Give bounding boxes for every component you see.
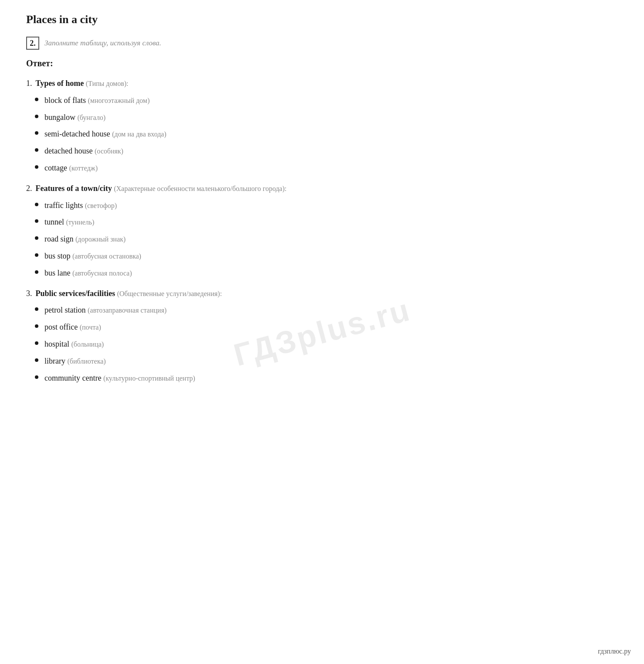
bullet-dot-icon xyxy=(35,341,38,345)
bullet-dot-icon xyxy=(35,115,38,118)
term: bungalow xyxy=(44,113,78,122)
term: community centre xyxy=(44,374,103,382)
translation: (многоэтажный дом) xyxy=(88,97,150,104)
bullet-dot-icon xyxy=(35,203,38,206)
list-item-text: road sign (дорожный знак) xyxy=(44,233,126,245)
sections-container: 1.Types of home (Типы домов):block of fl… xyxy=(26,77,618,384)
bullet-dot-icon xyxy=(35,236,38,240)
list-item-text: block of flats (многоэтажный дом) xyxy=(44,94,150,107)
term: hospital xyxy=(44,340,72,348)
section-number-2: 2. xyxy=(26,182,32,195)
bullet-dot-icon xyxy=(35,165,38,169)
list-item-text: bus lane (автобусная полоса) xyxy=(44,267,132,279)
translation: (почта) xyxy=(80,323,101,331)
bullet-dot-icon xyxy=(35,358,38,362)
list-item: semi-detached house (дом на два входа) xyxy=(35,128,618,140)
bullet-dot-icon xyxy=(35,324,38,328)
bullet-dot-icon xyxy=(35,253,38,257)
bottom-link: гдзплюс.ру xyxy=(598,647,631,655)
list-item: cottage (коттедж) xyxy=(35,162,618,174)
bullet-dot-icon xyxy=(35,219,38,223)
translation: (дорожный знак) xyxy=(75,235,126,243)
term: post office xyxy=(44,323,80,331)
bullet-dot-icon xyxy=(35,148,38,152)
list-item: bungalow (бунгало) xyxy=(35,111,618,124)
translation: (библиотека) xyxy=(67,358,106,365)
list-item-text: hospital (больница) xyxy=(44,338,104,351)
term: traffic lights xyxy=(44,201,85,210)
bullet-dot-icon xyxy=(35,131,38,135)
list-item-text: semi-detached house (дом на два входа) xyxy=(44,128,167,140)
term: bus stop xyxy=(44,252,72,260)
translation: (бунгало) xyxy=(78,114,106,121)
section-title-2: Features of a town/city (Характерные осо… xyxy=(36,182,287,195)
term: bus lane xyxy=(44,269,72,277)
section-list-1: block of flats (многоэтажный дом)bungalo… xyxy=(35,94,618,174)
translation: (культурно-спортивный центр) xyxy=(103,375,195,382)
bullet-dot-icon xyxy=(35,375,38,379)
list-item-text: library (библиотека) xyxy=(44,355,106,368)
list-item: traffic lights (светофор) xyxy=(35,199,618,212)
list-item-text: community centre (культурно-спортивный ц… xyxy=(44,372,195,385)
term: library xyxy=(44,357,67,365)
term: cottage xyxy=(44,163,69,172)
list-item: library (библиотека) xyxy=(35,355,618,368)
section-heading-3: 3.Public services/facilities (Общественн… xyxy=(26,287,618,300)
list-item-text: post office (почта) xyxy=(44,321,101,334)
translation: (автобусная полоса) xyxy=(72,269,132,277)
bullet-dot-icon xyxy=(35,270,38,274)
term: road sign xyxy=(44,235,75,243)
answer-label: Ответ: xyxy=(26,58,618,68)
term: block of flats xyxy=(44,96,88,105)
term: tunnel xyxy=(44,218,66,226)
list-item: detached house (особняк) xyxy=(35,145,618,157)
list-item-text: traffic lights (светофор) xyxy=(44,199,117,212)
translation: (туннель) xyxy=(66,218,95,226)
translation: (светофор) xyxy=(85,202,117,209)
section-title-1: Types of home (Типы домов): xyxy=(36,77,129,90)
translation: (коттедж) xyxy=(69,164,97,172)
section-heading-2: 2.Features of a town/city (Характерные о… xyxy=(26,182,618,195)
translation: (автозаправочная станция) xyxy=(88,306,167,314)
section-number-3: 3. xyxy=(26,287,32,300)
list-item: hospital (больница) xyxy=(35,338,618,351)
list-item: road sign (дорожный знак) xyxy=(35,233,618,245)
section-number-1: 1. xyxy=(26,77,32,90)
section-list-3: petrol station (автозаправочная станция)… xyxy=(35,304,618,384)
translation: (автобусная остановка) xyxy=(72,252,141,260)
page-title: Places in a city xyxy=(26,13,618,26)
list-item: bus lane (автобусная полоса) xyxy=(35,267,618,279)
section-list-2: traffic lights (светофор)tunnel (туннель… xyxy=(35,199,618,279)
list-item-text: bungalow (бунгало) xyxy=(44,111,106,124)
term: semi-detached house xyxy=(44,129,112,138)
section-title-3: Public services/facilities (Общественные… xyxy=(36,287,222,300)
bullet-dot-icon xyxy=(35,98,38,101)
translation: (дом на два входа) xyxy=(112,130,167,138)
list-item: petrol station (автозаправочная станция) xyxy=(35,304,618,317)
exercise-instruction: Заполните таблицу, используя слова. xyxy=(44,39,161,48)
section-heading-1: 1.Types of home (Типы домов): xyxy=(26,77,618,90)
list-item: block of flats (многоэтажный дом) xyxy=(35,94,618,107)
translation: (больница) xyxy=(72,341,104,348)
list-item-text: tunnel (туннель) xyxy=(44,216,94,228)
term: detached house xyxy=(44,146,95,155)
list-item: tunnel (туннель) xyxy=(35,216,618,228)
list-item: post office (почта) xyxy=(35,321,618,334)
list-item-text: cottage (коттедж) xyxy=(44,162,98,174)
list-item-text: detached house (особняк) xyxy=(44,145,123,157)
term: petrol station xyxy=(44,306,88,314)
translation: (особняк) xyxy=(95,147,123,155)
list-item-text: petrol station (автозаправочная станция) xyxy=(44,304,167,317)
list-item: community centre (культурно-спортивный ц… xyxy=(35,372,618,385)
list-item: bus stop (автобусная остановка) xyxy=(35,250,618,262)
exercise-number-box: 2. xyxy=(26,37,39,50)
bullet-dot-icon xyxy=(35,307,38,311)
list-item-text: bus stop (автобусная остановка) xyxy=(44,250,141,262)
exercise-row: 2. Заполните таблицу, используя слова. xyxy=(26,37,618,50)
